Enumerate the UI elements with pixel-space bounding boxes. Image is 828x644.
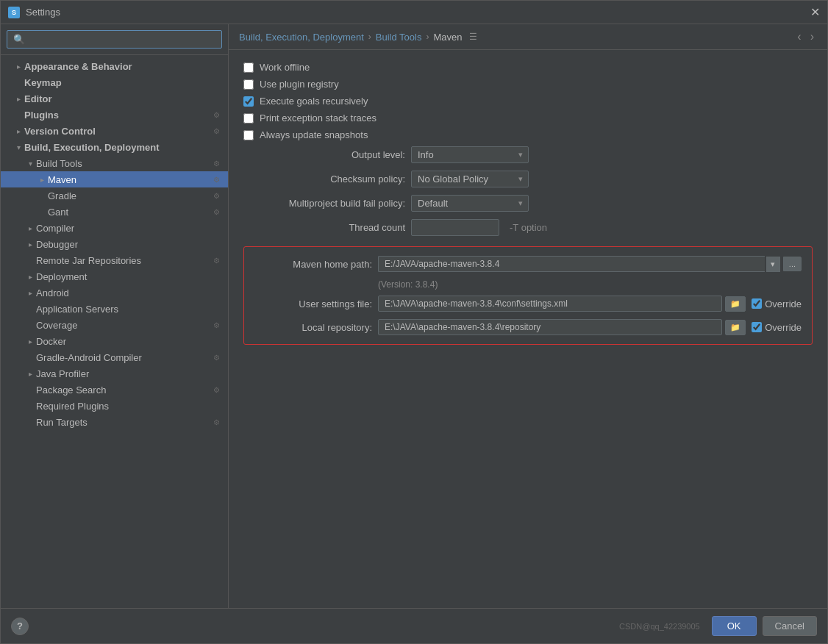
- breadcrumb-menu-icon: ☰: [469, 32, 477, 42]
- leaf-icon: [36, 206, 48, 218]
- sidebar-item-remote-jar[interactable]: Remote Jar Repositories ⚙: [1, 252, 228, 268]
- sidebar-item-required-plugins[interactable]: Required Plugins: [1, 398, 228, 414]
- expand-icon: [13, 60, 24, 72]
- expand-icon: [24, 222, 36, 234]
- sidebar-item-keymap[interactable]: Keymap: [1, 74, 228, 90]
- sidebar-item-label: Maven: [48, 174, 210, 185]
- output-level-select[interactable]: Info Debug Warn Error: [411, 146, 529, 163]
- sidebar-item-label: Version Control: [24, 126, 210, 137]
- user-settings-browse-button[interactable]: 📁: [725, 296, 746, 312]
- use-plugin-registry-label[interactable]: Use plugin registry: [260, 79, 339, 90]
- breadcrumb-part2: Build Tools: [376, 32, 422, 43]
- close-button[interactable]: ✕: [810, 5, 820, 19]
- sidebar-item-label: Coverage: [36, 320, 210, 331]
- print-exception-label[interactable]: Print exception stack traces: [260, 112, 376, 124]
- sidebar-item-package-search[interactable]: Package Search ⚙: [1, 382, 228, 398]
- expand-icon: [13, 125, 24, 137]
- sidebar-item-gradle-android[interactable]: Gradle-Android Compiler ⚙: [1, 349, 228, 365]
- sidebar-item-java-profiler[interactable]: Java Profiler: [1, 365, 228, 382]
- sidebar-item-label: Compiler: [36, 223, 222, 234]
- search-input[interactable]: [7, 30, 222, 49]
- help-button[interactable]: ?: [11, 618, 29, 635]
- local-repo-override-checkbox[interactable]: [752, 322, 762, 332]
- maven-home-label: Maven home path:: [254, 259, 372, 270]
- local-repo-browse-button[interactable]: 📁: [725, 320, 746, 335]
- multiproject-select[interactable]: Default Fail at End Fail Never: [411, 195, 529, 212]
- work-offline-label[interactable]: Work offline: [260, 62, 310, 73]
- print-exception-checkbox[interactable]: [243, 113, 254, 124]
- settings-panel: Work offline Use plugin registry Execute…: [229, 50, 827, 608]
- maven-home-dropdown-button[interactable]: ▾: [766, 257, 780, 272]
- local-repo-override-group: Override: [752, 322, 802, 333]
- checksum-policy-select[interactable]: No Global Policy Strict Lax: [411, 171, 529, 187]
- always-update-label[interactable]: Always update snapshots: [260, 129, 368, 140]
- sidebar-item-coverage[interactable]: Coverage ⚙: [1, 317, 228, 333]
- settings-icon: ⚙: [210, 384, 222, 396]
- sidebar-item-label: Keymap: [24, 77, 222, 88]
- settings-icon: ⚙: [210, 157, 222, 169]
- user-settings-override-checkbox[interactable]: [752, 298, 762, 309]
- always-update-checkbox[interactable]: [243, 130, 254, 140]
- forward-button[interactable]: ›: [807, 30, 817, 43]
- sidebar-item-version-control[interactable]: Version Control ⚙: [1, 123, 228, 139]
- leaf-icon: [24, 400, 36, 412]
- maven-paths-section: Maven home path: ▾ ... (Version: 3.8.4): [243, 246, 813, 345]
- leaf-icon: [24, 416, 36, 428]
- execute-goals-label[interactable]: Execute goals recursively: [260, 96, 368, 107]
- local-repo-override-label[interactable]: Override: [765, 322, 802, 333]
- user-settings-input[interactable]: [378, 296, 722, 312]
- maven-home-input[interactable]: [378, 256, 765, 272]
- multiproject-label: Multiproject build fail policy:: [243, 198, 405, 209]
- settings-icon: ⚙: [210, 173, 222, 185]
- sidebar-item-label: Deployment: [36, 271, 222, 282]
- sidebar-item-gant[interactable]: Gant ⚙: [1, 204, 228, 220]
- local-repo-label: Local repository:: [254, 322, 372, 333]
- sidebar-item-editor[interactable]: Editor: [1, 90, 228, 107]
- settings-icon: ⚙: [210, 109, 222, 121]
- thread-count-input[interactable]: [411, 219, 499, 236]
- user-settings-override-label[interactable]: Override: [765, 298, 802, 310]
- sidebar-item-maven[interactable]: Maven ⚙: [1, 171, 228, 187]
- local-repo-group: 📁: [378, 319, 746, 335]
- sidebar-item-android[interactable]: Android: [1, 285, 228, 301]
- settings-icon: ⚙: [210, 319, 222, 331]
- execute-goals-checkbox[interactable]: [243, 96, 254, 107]
- sidebar-item-plugins[interactable]: Plugins ⚙: [1, 107, 228, 123]
- leaf-icon: [24, 351, 36, 363]
- title-bar-left: S Settings: [8, 7, 60, 18]
- thread-count-row: Thread count -T option: [243, 219, 813, 236]
- back-button[interactable]: ‹: [794, 30, 804, 43]
- sidebar: Appearance & Behavior Keymap Editor Plug…: [1, 24, 229, 608]
- use-plugin-registry-checkbox[interactable]: [243, 79, 254, 90]
- work-offline-checkbox[interactable]: [243, 62, 254, 73]
- settings-icon: ⚙: [210, 254, 222, 266]
- use-plugin-registry-row: Use plugin registry: [243, 79, 813, 90]
- sidebar-item-debugger[interactable]: Debugger: [1, 236, 228, 252]
- output-level-row: Output level: Info Debug Warn Error: [243, 146, 813, 163]
- sidebar-item-build-tools[interactable]: Build Tools ⚙: [1, 155, 228, 171]
- sidebar-item-gradle[interactable]: Gradle ⚙: [1, 187, 228, 204]
- title-bar: S Settings ✕: [1, 1, 827, 24]
- ok-button[interactable]: OK: [712, 616, 757, 636]
- local-repo-input[interactable]: [378, 319, 722, 335]
- thread-option-label: -T option: [510, 222, 547, 233]
- checksum-policy-row: Checksum policy: No Global Policy Strict…: [243, 171, 813, 187]
- sidebar-item-app-servers[interactable]: Application Servers: [1, 301, 228, 317]
- footer-buttons: OK Cancel: [712, 616, 817, 636]
- sidebar-item-deployment[interactable]: Deployment: [1, 268, 228, 285]
- main-content: Build, Execution, Deployment › Build Too…: [229, 24, 827, 608]
- expand-icon: [24, 368, 36, 379]
- leaf-icon: [36, 190, 48, 201]
- user-settings-row: User settings file: 📁 Override: [254, 296, 802, 312]
- sidebar-item-appearance[interactable]: Appearance & Behavior: [1, 58, 228, 74]
- sidebar-item-label: Android: [36, 287, 222, 298]
- sidebar-item-docker[interactable]: Docker: [1, 333, 228, 349]
- maven-home-browse-button[interactable]: ...: [783, 257, 802, 271]
- sidebar-item-label: Appearance & Behavior: [24, 61, 222, 72]
- sidebar-item-run-targets[interactable]: Run Targets ⚙: [1, 414, 228, 430]
- cancel-button[interactable]: Cancel: [763, 616, 817, 636]
- sidebar-item-compiler[interactable]: Compiler: [1, 220, 228, 236]
- sidebar-item-build-execution[interactable]: Build, Execution, Deployment: [1, 139, 228, 155]
- sidebar-item-label: Run Targets: [36, 417, 210, 428]
- settings-icon: ⚙: [210, 125, 222, 137]
